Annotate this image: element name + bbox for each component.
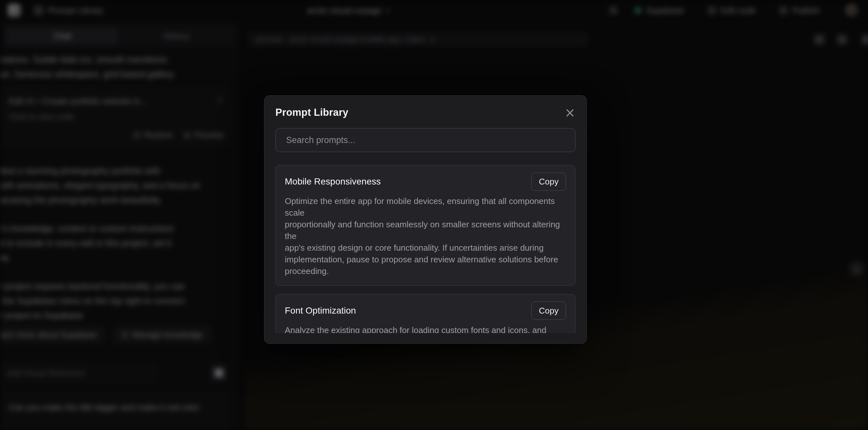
prompt-library-modal: Prompt Library × Mobile Responsiveness C…	[264, 95, 587, 344]
prompt-description: Optimize the entire app for mobile devic…	[285, 195, 566, 277]
prompt-card-mobile-responsiveness[interactable]: Mobile Responsiveness Copy Optimize the …	[275, 165, 576, 286]
modal-title: Prompt Library	[275, 107, 348, 118]
prompt-description: Analyze the existing approach for loadin…	[285, 324, 566, 333]
close-icon[interactable]: ×	[564, 106, 576, 119]
copy-button[interactable]: Copy	[531, 302, 566, 320]
prompt-title: Mobile Responsiveness	[285, 176, 381, 187]
copy-button[interactable]: Copy	[531, 173, 566, 191]
prompt-title: Font Optimization	[285, 305, 356, 316]
search-input[interactable]	[275, 128, 576, 152]
prompt-card-font-optimization[interactable]: Font Optimization Copy Analyze the exist…	[275, 294, 576, 333]
prompt-list: Mobile Responsiveness Copy Optimize the …	[275, 165, 576, 333]
